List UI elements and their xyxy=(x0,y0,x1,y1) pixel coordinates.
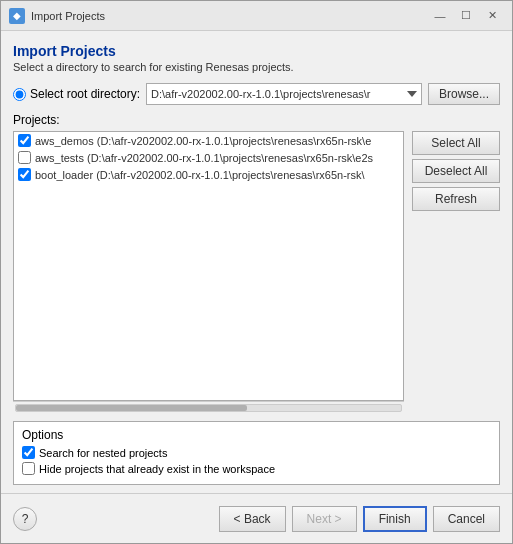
list-item[interactable]: boot_loader (D:\afr-v202002.00-rx-1.0.1\… xyxy=(14,166,403,183)
dialog-title: Import Projects xyxy=(13,43,500,59)
app-icon: ◆ xyxy=(9,8,25,24)
hide-projects-label: Hide projects that already exist in the … xyxy=(39,463,275,475)
finish-button[interactable]: Finish xyxy=(363,506,427,532)
root-dir-label-text: Select root directory: xyxy=(30,87,140,101)
project-text-boot-loader: boot_loader (D:\afr-v202002.00-rx-1.0.1\… xyxy=(35,169,365,181)
maximize-button[interactable]: ☐ xyxy=(454,6,478,26)
options-title: Options xyxy=(22,428,491,442)
dialog-content: Import Projects Select a directory to se… xyxy=(1,31,512,493)
scrollbar-thumb[interactable] xyxy=(16,405,247,411)
horizontal-scrollbar[interactable] xyxy=(13,401,404,413)
browse-button[interactable]: Browse... xyxy=(428,83,500,105)
projects-action-buttons: Select All Deselect All Refresh xyxy=(412,131,500,413)
window-controls: — ☐ ✕ xyxy=(428,6,504,26)
option-hide-projects[interactable]: Hide projects that already exist in the … xyxy=(22,462,491,475)
minimize-button[interactable]: — xyxy=(428,6,452,26)
project-text-aws-tests: aws_tests (D:\afr-v202002.00-rx-1.0.1\pr… xyxy=(35,152,373,164)
scrollbar-track[interactable] xyxy=(15,404,402,412)
import-projects-dialog: ◆ Import Projects — ☐ ✕ Import Projects … xyxy=(0,0,513,544)
list-item[interactable]: aws_tests (D:\afr-v202002.00-rx-1.0.1\pr… xyxy=(14,149,403,166)
project-checkbox-boot-loader[interactable] xyxy=(18,168,31,181)
footer-right: < Back Next > Finish Cancel xyxy=(219,506,500,532)
title-bar: ◆ Import Projects — ☐ ✕ xyxy=(1,1,512,31)
projects-area: aws_demos (D:\afr-v202002.00-rx-1.0.1\pr… xyxy=(13,131,500,413)
next-button[interactable]: Next > xyxy=(292,506,357,532)
back-button[interactable]: < Back xyxy=(219,506,286,532)
projects-list[interactable]: aws_demos (D:\afr-v202002.00-rx-1.0.1\pr… xyxy=(13,131,404,401)
dialog-footer: ? < Back Next > Finish Cancel xyxy=(1,493,512,543)
project-checkbox-aws-demos[interactable] xyxy=(18,134,31,147)
deselect-all-button[interactable]: Deselect All xyxy=(412,159,500,183)
project-text-aws-demos: aws_demos (D:\afr-v202002.00-rx-1.0.1\pr… xyxy=(35,135,371,147)
window-title: Import Projects xyxy=(31,10,428,22)
cancel-button[interactable]: Cancel xyxy=(433,506,500,532)
dialog-subtitle: Select a directory to search for existin… xyxy=(13,61,500,73)
hide-projects-checkbox[interactable] xyxy=(22,462,35,475)
footer-left: ? xyxy=(13,507,37,531)
nested-projects-checkbox[interactable] xyxy=(22,446,35,459)
projects-label: Projects: xyxy=(13,113,500,127)
project-checkbox-aws-tests[interactable] xyxy=(18,151,31,164)
projects-list-wrapper: aws_demos (D:\afr-v202002.00-rx-1.0.1\pr… xyxy=(13,131,404,413)
root-dir-dropdown[interactable]: D:\afr-v202002.00-rx-1.0.1\projects\rene… xyxy=(146,83,422,105)
option-nested-projects[interactable]: Search for nested projects xyxy=(22,446,491,459)
root-dir-radio-label[interactable]: Select root directory: xyxy=(13,87,140,101)
list-item[interactable]: aws_demos (D:\afr-v202002.00-rx-1.0.1\pr… xyxy=(14,132,403,149)
root-dir-radio[interactable] xyxy=(13,88,26,101)
root-dir-row: Select root directory: D:\afr-v202002.00… xyxy=(13,83,500,105)
options-section: Options Search for nested projects Hide … xyxy=(13,421,500,485)
refresh-button[interactable]: Refresh xyxy=(412,187,500,211)
close-button[interactable]: ✕ xyxy=(480,6,504,26)
help-button[interactable]: ? xyxy=(13,507,37,531)
nested-projects-label: Search for nested projects xyxy=(39,447,167,459)
select-all-button[interactable]: Select All xyxy=(412,131,500,155)
